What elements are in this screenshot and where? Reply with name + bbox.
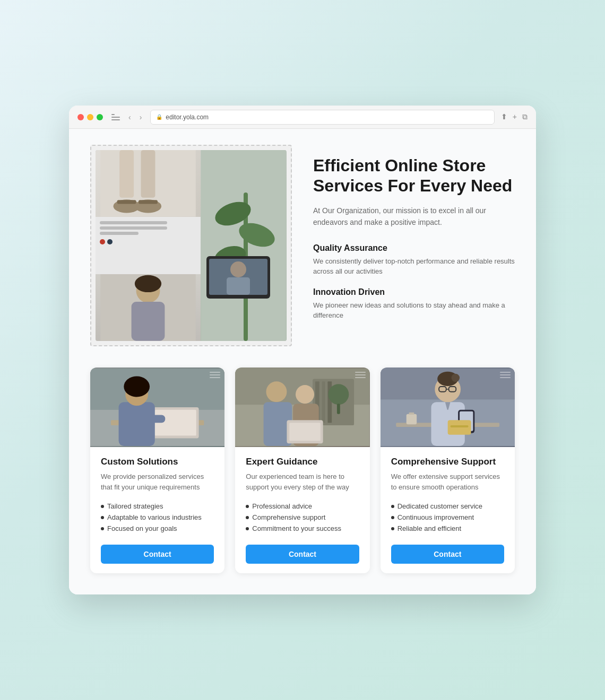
lock-icon: 🔒 <box>156 114 162 120</box>
svg-rect-2 <box>141 150 155 198</box>
card-2-body: Expert Guidance Our experienced team is … <box>235 447 369 573</box>
browser-dots <box>77 114 103 120</box>
drag-handle-3 <box>500 372 511 380</box>
dot-red[interactable] <box>77 114 84 120</box>
browser-window: ‹ › 🔒 editor.yola.com ⬆ + ⧉ <box>69 106 536 594</box>
feature-innovation-desc: We pioneer new ideas and solutions to st… <box>313 300 515 321</box>
hero-main-image <box>96 150 287 341</box>
bullet-icon <box>391 527 394 530</box>
svg-rect-36 <box>337 404 340 414</box>
hero-title: Efficient Online Store Services For Ever… <box>313 155 515 196</box>
card-3-body: Comprehensive Support We offer extensive… <box>381 447 515 573</box>
svg-rect-25 <box>119 402 155 446</box>
svg-point-18 <box>230 261 246 277</box>
feature-innovation: Innovation Driven We pioneer new ideas a… <box>313 287 515 321</box>
card-3-list: Dedicated customer service Continuous im… <box>391 501 504 534</box>
svg-point-39 <box>296 385 314 404</box>
card-2-title: Expert Guidance <box>246 457 359 467</box>
card-2-desc: Our experienced team is here to support … <box>246 471 359 492</box>
dot-yellow[interactable] <box>87 114 93 120</box>
svg-rect-4 <box>117 200 136 204</box>
forward-button[interactable]: › <box>137 112 144 122</box>
card-2-image <box>235 368 369 447</box>
card-1-list-item-3: Focused on your goals <box>101 523 214 534</box>
bullet-icon <box>246 516 249 519</box>
card-2-list-item-2: Comprehensive support <box>246 512 359 523</box>
toolbar-actions: ⬆ + ⧉ <box>501 112 528 121</box>
browser-content: Efficient Online Store Services For Ever… <box>69 129 536 594</box>
svg-rect-47 <box>409 413 414 415</box>
back-button[interactable]: ‹ <box>126 112 133 122</box>
bullet-icon <box>101 527 104 530</box>
card-custom-solutions: Custom Solutions We provide personalized… <box>90 368 224 573</box>
share-icon[interactable]: ⬆ <box>501 112 507 121</box>
feature-innovation-title: Innovation Driven <box>313 287 515 297</box>
browser-nav: ‹ › <box>126 112 144 122</box>
card-2-list-item-3: Commitment to your success <box>246 523 359 534</box>
cards-section: Custom Solutions We provide personalized… <box>90 368 515 573</box>
card-comprehensive-support: Comprehensive Support We offer extensive… <box>381 368 515 573</box>
svg-rect-33 <box>322 381 325 423</box>
card-1-list-item-1: Tailored strategies <box>101 501 214 512</box>
card-3-desc: We offer extensive support services to e… <box>391 471 504 492</box>
svg-point-53 <box>451 374 460 382</box>
feature-quality: Quality Assurance We consistently delive… <box>313 243 515 277</box>
drag-handle-2 <box>355 372 366 380</box>
bullet-icon <box>391 516 394 519</box>
card-1-list: Tailored strategies Adaptable to various… <box>101 501 214 534</box>
svg-point-35 <box>329 384 349 405</box>
card-1-image <box>90 368 224 447</box>
url-text: editor.yola.com <box>166 113 209 121</box>
bullet-icon <box>101 505 104 508</box>
bullet-icon <box>101 516 104 519</box>
card-1-body: Custom Solutions We provide personalized… <box>90 447 224 573</box>
card-1-list-item-2: Adaptable to various industries <box>101 512 214 523</box>
svg-rect-19 <box>227 277 250 295</box>
drag-handle-1 <box>210 372 220 380</box>
svg-rect-42 <box>290 423 321 441</box>
card-3-list-item-2: Continuous improvement <box>391 512 504 523</box>
person-area <box>96 274 201 341</box>
svg-rect-59 <box>450 425 468 427</box>
card-3-list-item-3: Reliable and efficient <box>391 523 504 534</box>
bullet-icon <box>391 505 394 508</box>
hero-text: Efficient Online Store Services For Ever… <box>313 145 515 331</box>
right-panel-image <box>201 150 287 341</box>
sandal-image <box>96 150 201 217</box>
card-1-desc: We provide personalized services that fi… <box>101 471 214 492</box>
card-2-contact-button[interactable]: Contact <box>246 545 359 564</box>
card-3-title: Comprehensive Support <box>391 457 504 467</box>
bullet-icon <box>246 505 249 508</box>
svg-rect-10 <box>132 302 165 341</box>
hero-section: Efficient Online Store Services For Ever… <box>90 145 515 346</box>
dashed-border-container <box>90 145 292 346</box>
card-3-contact-button[interactable]: Contact <box>391 545 504 564</box>
svg-point-37 <box>266 381 287 402</box>
feature-quality-title: Quality Assurance <box>313 243 515 253</box>
card-2-list: Professional advice Comprehensive suppor… <box>246 501 359 534</box>
hero-subtitle: At Our Organization, our mission is to e… <box>313 205 515 229</box>
tabs-icon[interactable]: ⧉ <box>522 112 528 121</box>
card-1-title: Custom Solutions <box>101 457 214 467</box>
svg-point-9 <box>135 275 161 292</box>
address-bar[interactable]: 🔒 editor.yola.com <box>150 110 494 125</box>
hero-image-area <box>90 145 292 346</box>
product-info-area <box>96 217 201 275</box>
svg-rect-1 <box>119 150 134 198</box>
sidebar-toggle-icon[interactable] <box>111 114 120 120</box>
svg-rect-28 <box>137 415 166 423</box>
dot-green[interactable] <box>97 114 103 120</box>
card-3-list-item-1: Dedicated customer service <box>391 501 504 512</box>
svg-rect-6 <box>139 200 158 204</box>
card-3-image <box>381 368 515 447</box>
bullet-icon <box>246 527 249 530</box>
browser-toolbar: ‹ › 🔒 editor.yola.com ⬆ + ⧉ <box>69 106 536 129</box>
feature-quality-desc: We consistently deliver top-notch perfor… <box>313 256 515 277</box>
svg-point-27 <box>124 377 150 397</box>
card-1-contact-button[interactable]: Contact <box>101 545 214 564</box>
card-2-list-item-1: Professional advice <box>246 501 359 512</box>
add-tab-icon[interactable]: + <box>513 112 517 121</box>
svg-rect-46 <box>406 414 416 424</box>
card-expert-guidance: Expert Guidance Our experienced team is … <box>235 368 369 573</box>
